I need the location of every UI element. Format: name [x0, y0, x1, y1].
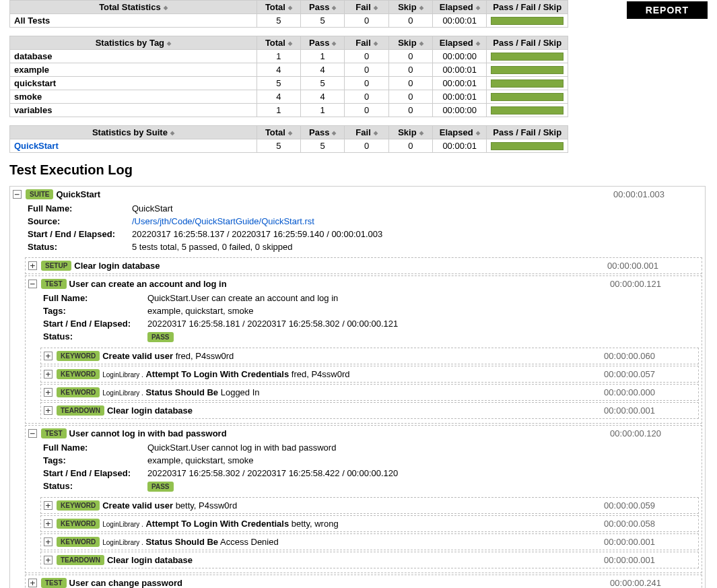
keyword-args: betty, wrong: [292, 519, 339, 529]
col-fail[interactable]: Fail◆: [345, 126, 388, 139]
keyword-name: Create valid user: [102, 351, 173, 361]
stat-skip: 0: [388, 14, 432, 28]
stats-table: Statistics by Suite◆ Total◆ Pass◆ Fail◆ …: [9, 125, 568, 153]
stat-fail: 0: [345, 63, 388, 77]
teardown-title: Clear login database: [107, 555, 193, 565]
stat-elapsed: 00:00:01: [433, 63, 487, 77]
toggle-keyword[interactable]: +: [44, 537, 53, 546]
stat-graph: [487, 14, 568, 28]
col-skip[interactable]: Skip◆: [388, 1, 432, 14]
toggle-keyword[interactable]: +: [44, 352, 53, 360]
stat-fail: 0: [345, 139, 388, 153]
stat-fail: 0: [345, 104, 388, 117]
keyword-row: + KEYWORD LoginLibrary . Attempt To Logi…: [41, 366, 698, 382]
col-elapsed[interactable]: Elapsed◆: [433, 1, 487, 14]
toggle-setup[interactable]: +: [28, 261, 37, 270]
keyword-args: betty, P4ssw0rd: [176, 500, 238, 511]
toggle-test[interactable]: +: [28, 579, 37, 587]
suite-stat-link[interactable]: QuickStart: [14, 141, 59, 151]
stats-row: database 1 1 0 0 00:00:00: [10, 50, 568, 63]
col-total[interactable]: Total◆: [257, 126, 300, 139]
teardown-row: + TEARDOWN Clear login database 00:00:00…: [41, 552, 698, 568]
label-see: Start / End / Elapsed:: [28, 229, 132, 239]
label-source: Source:: [28, 216, 132, 226]
keyword-elapsed: 00:00:00.059: [604, 500, 655, 511]
toggle-keyword[interactable]: +: [44, 519, 53, 528]
stat-skip: 0: [388, 90, 432, 104]
col-pass[interactable]: Pass◆: [301, 126, 345, 139]
test-see: 20220317 16:25:58.302 / 20220317 16:25:5…: [147, 468, 398, 478]
stat-elapsed: 00:00:01: [433, 139, 487, 153]
suite-see: 20220317 16:25:58.137 / 20220317 16:25:5…: [132, 229, 382, 239]
col-graph: Pass / Fail / Skip: [487, 126, 568, 139]
col-fail[interactable]: Fail◆: [345, 1, 388, 14]
teardown-elapsed: 00:00:00.001: [604, 405, 655, 416]
keyword-lib: LoginLibrary .: [102, 539, 143, 546]
col-graph: Pass / Fail / Skip: [487, 1, 568, 14]
col-title[interactable]: Total Statistics◆: [10, 1, 257, 14]
test-item: − TEST User cannot log in with bad passw…: [26, 426, 702, 573]
keyword-name: Status Should Be: [145, 537, 218, 547]
col-skip[interactable]: Skip◆: [388, 126, 432, 139]
col-total[interactable]: Total◆: [257, 36, 300, 50]
toggle-test[interactable]: −: [28, 280, 37, 288]
toggle-test[interactable]: −: [28, 429, 37, 438]
stats-row: smoke 4 4 0 0 00:00:01: [10, 90, 568, 104]
test-item: + TEST User can change password 00:00:00…: [26, 575, 702, 588]
toggle-teardown[interactable]: +: [44, 406, 53, 415]
stat-total: 4: [257, 63, 300, 77]
stat-skip: 0: [388, 104, 432, 117]
keyword-lib: LoginLibrary .: [102, 521, 143, 528]
stat-graph: [487, 77, 568, 90]
stat-fail: 0: [345, 50, 388, 63]
col-total[interactable]: Total◆: [257, 1, 300, 14]
stat-graph: [487, 139, 568, 153]
col-pass[interactable]: Pass◆: [301, 36, 345, 50]
toggle-keyword[interactable]: +: [44, 388, 53, 397]
stats-row: variables 1 1 0 0 00:00:00: [10, 104, 568, 117]
keyword-elapsed: 00:00:00.060: [604, 351, 655, 361]
keyword-row: + KEYWORD LoginLibrary . Status Should B…: [41, 385, 698, 400]
stat-elapsed: 00:00:01: [433, 77, 487, 90]
log-title: Test Execution Log: [9, 162, 708, 178]
keyword-elapsed: 00:00:00.057: [604, 369, 655, 379]
col-graph: Pass / Fail / Skip: [487, 36, 568, 50]
report-button[interactable]: REPORT: [627, 1, 708, 19]
toggle-teardown[interactable]: +: [44, 556, 53, 564]
keyword-row: + KEYWORD Create valid user fred, P4ssw0…: [41, 348, 698, 364]
badge-keyword: KEYWORD: [57, 387, 100, 397]
col-elapsed[interactable]: Elapsed◆: [433, 126, 487, 139]
keyword-args: fred, P4ssw0rd: [176, 351, 234, 361]
col-title[interactable]: Statistics by Tag◆: [10, 36, 257, 50]
suite-source-link[interactable]: /Users/jth/Code/QuickStartGuide/QuickSta…: [132, 216, 314, 226]
toggle-suite[interactable]: −: [13, 190, 22, 199]
stat-pass: 5: [301, 77, 345, 90]
badge-keyword: KEYWORD: [57, 351, 100, 361]
stat-total: 5: [257, 139, 300, 153]
toggle-keyword[interactable]: +: [44, 370, 53, 379]
col-fail[interactable]: Fail◆: [345, 36, 388, 50]
col-title[interactable]: Statistics by Suite◆: [10, 126, 257, 139]
stat-pass: 1: [301, 50, 345, 63]
stat-skip: 0: [388, 139, 432, 153]
stat-name: smoke: [10, 90, 257, 104]
stat-total: 1: [257, 50, 300, 63]
stat-name[interactable]: QuickStart: [10, 139, 257, 153]
stat-fail: 0: [345, 90, 388, 104]
stats-row: quickstart 5 5 0 0 00:00:01: [10, 77, 568, 90]
stat-total: 4: [257, 90, 300, 104]
teardown-title: Clear login database: [107, 405, 193, 416]
toggle-keyword[interactable]: +: [44, 501, 53, 510]
stat-elapsed: 00:00:00: [433, 104, 487, 117]
badge-teardown: TEARDOWN: [57, 405, 104, 416]
stats-table: Statistics by Tag◆ Total◆ Pass◆ Fail◆ Sk…: [9, 36, 568, 117]
test-fullname: QuickStart.User can create an account an…: [147, 293, 338, 303]
keyword-name: Status Should Be: [145, 387, 218, 397]
badge-test: TEST: [41, 578, 67, 588]
col-pass[interactable]: Pass◆: [301, 1, 345, 14]
stat-graph: [487, 90, 568, 104]
col-elapsed[interactable]: Elapsed◆: [433, 36, 487, 50]
test-see: 20220317 16:25:58.181 / 20220317 16:25:5…: [147, 319, 398, 329]
col-skip[interactable]: Skip◆: [388, 36, 432, 50]
stats-row: All Tests 5 5 0 0 00:00:01: [10, 14, 568, 28]
